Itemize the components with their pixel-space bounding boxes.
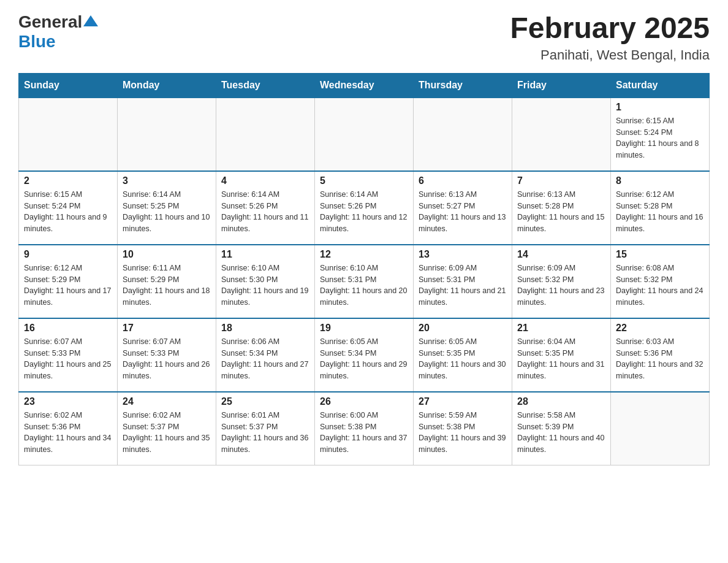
calendar-cell	[414, 98, 512, 171]
day-number: 11	[221, 249, 309, 260]
calendar-cell: 16Sunrise: 6:07 AMSunset: 5:33 PMDayligh…	[19, 318, 118, 392]
week-row-3: 9Sunrise: 6:12 AMSunset: 5:29 PMDaylight…	[19, 245, 710, 318]
calendar-cell: 14Sunrise: 6:09 AMSunset: 5:32 PMDayligh…	[512, 245, 611, 318]
calendar-cell: 17Sunrise: 6:07 AMSunset: 5:33 PMDayligh…	[118, 318, 216, 392]
day-number: 18	[221, 323, 309, 334]
day-info: Sunrise: 6:05 AMSunset: 5:35 PMDaylight:…	[419, 336, 507, 382]
day-info: Sunrise: 6:14 AMSunset: 5:26 PMDaylight:…	[221, 189, 309, 235]
day-number: 21	[517, 323, 605, 334]
calendar-cell	[611, 392, 710, 465]
day-number: 8	[616, 175, 704, 186]
calendar-cell: 23Sunrise: 6:02 AMSunset: 5:36 PMDayligh…	[19, 392, 118, 465]
calendar-cell: 11Sunrise: 6:10 AMSunset: 5:30 PMDayligh…	[216, 245, 315, 318]
day-number: 7	[517, 175, 605, 186]
weekday-header-thursday: Thursday	[414, 73, 512, 98]
day-info: Sunrise: 6:15 AMSunset: 5:24 PMDaylight:…	[616, 115, 704, 161]
weekday-header-wednesday: Wednesday	[315, 73, 414, 98]
calendar-cell: 21Sunrise: 6:04 AMSunset: 5:35 PMDayligh…	[512, 318, 611, 392]
day-number: 2	[24, 175, 112, 186]
day-info: Sunrise: 6:09 AMSunset: 5:31 PMDaylight:…	[419, 262, 507, 308]
day-number: 23	[24, 396, 112, 407]
day-number: 17	[123, 323, 211, 334]
day-info: Sunrise: 6:09 AMSunset: 5:32 PMDaylight:…	[517, 262, 605, 308]
calendar-cell: 5Sunrise: 6:14 AMSunset: 5:26 PMDaylight…	[315, 171, 414, 245]
day-number: 24	[123, 396, 211, 407]
weekday-header-friday: Friday	[512, 73, 611, 98]
day-number: 25	[221, 396, 309, 407]
week-row-5: 23Sunrise: 6:02 AMSunset: 5:36 PMDayligh…	[19, 392, 710, 465]
day-number: 3	[123, 175, 211, 186]
calendar-cell: 19Sunrise: 6:05 AMSunset: 5:34 PMDayligh…	[315, 318, 414, 392]
calendar-cell: 24Sunrise: 6:02 AMSunset: 5:37 PMDayligh…	[118, 392, 216, 465]
day-number: 19	[320, 323, 408, 334]
day-number: 22	[616, 323, 704, 334]
day-info: Sunrise: 5:59 AMSunset: 5:38 PMDaylight:…	[419, 410, 507, 456]
week-row-2: 2Sunrise: 6:15 AMSunset: 5:24 PMDaylight…	[19, 171, 710, 245]
calendar-cell	[118, 98, 216, 171]
calendar-cell: 6Sunrise: 6:13 AMSunset: 5:27 PMDaylight…	[414, 171, 512, 245]
calendar-cell	[512, 98, 611, 171]
logo-blue-text: Blue	[18, 32, 56, 52]
calendar-table: SundayMondayTuesdayWednesdayThursdayFrid…	[18, 73, 710, 466]
day-info: Sunrise: 6:01 AMSunset: 5:37 PMDaylight:…	[221, 410, 309, 456]
logo-triangle-icon	[83, 15, 98, 26]
calendar-cell: 18Sunrise: 6:06 AMSunset: 5:34 PMDayligh…	[216, 318, 315, 392]
calendar-cell: 7Sunrise: 6:13 AMSunset: 5:28 PMDaylight…	[512, 171, 611, 245]
calendar-cell: 3Sunrise: 6:14 AMSunset: 5:25 PMDaylight…	[118, 171, 216, 245]
day-info: Sunrise: 6:11 AMSunset: 5:29 PMDaylight:…	[123, 262, 211, 308]
calendar-cell: 25Sunrise: 6:01 AMSunset: 5:37 PMDayligh…	[216, 392, 315, 465]
day-info: Sunrise: 6:13 AMSunset: 5:27 PMDaylight:…	[419, 189, 507, 235]
day-number: 15	[616, 249, 704, 260]
weekday-header-saturday: Saturday	[611, 73, 710, 98]
day-number: 4	[221, 175, 309, 186]
day-number: 27	[419, 396, 507, 407]
day-info: Sunrise: 6:00 AMSunset: 5:38 PMDaylight:…	[320, 410, 408, 456]
calendar-cell: 10Sunrise: 6:11 AMSunset: 5:29 PMDayligh…	[118, 245, 216, 318]
calendar-cell	[315, 98, 414, 171]
day-number: 12	[320, 249, 408, 260]
day-info: Sunrise: 5:58 AMSunset: 5:39 PMDaylight:…	[517, 410, 605, 456]
calendar-subtitle: Panihati, West Bengal, India	[510, 47, 710, 63]
day-info: Sunrise: 6:12 AMSunset: 5:29 PMDaylight:…	[24, 262, 112, 308]
calendar-cell: 12Sunrise: 6:10 AMSunset: 5:31 PMDayligh…	[315, 245, 414, 318]
day-info: Sunrise: 6:06 AMSunset: 5:34 PMDaylight:…	[221, 336, 309, 382]
calendar-cell: 28Sunrise: 5:58 AMSunset: 5:39 PMDayligh…	[512, 392, 611, 465]
day-info: Sunrise: 6:04 AMSunset: 5:35 PMDaylight:…	[517, 336, 605, 382]
day-number: 20	[419, 323, 507, 334]
weekday-header-row: SundayMondayTuesdayWednesdayThursdayFrid…	[19, 73, 710, 98]
day-info: Sunrise: 6:08 AMSunset: 5:32 PMDaylight:…	[616, 262, 704, 308]
day-number: 9	[24, 249, 112, 260]
calendar-cell: 8Sunrise: 6:12 AMSunset: 5:28 PMDaylight…	[611, 171, 710, 245]
week-row-1: 1Sunrise: 6:15 AMSunset: 5:24 PMDaylight…	[19, 98, 710, 171]
header: General Blue February 2025 Panihati, Wes…	[18, 12, 710, 63]
calendar-cell: 15Sunrise: 6:08 AMSunset: 5:32 PMDayligh…	[611, 245, 710, 318]
calendar-cell: 27Sunrise: 5:59 AMSunset: 5:38 PMDayligh…	[414, 392, 512, 465]
calendar-cell: 2Sunrise: 6:15 AMSunset: 5:24 PMDaylight…	[19, 171, 118, 245]
day-info: Sunrise: 6:05 AMSunset: 5:34 PMDaylight:…	[320, 336, 408, 382]
day-number: 13	[419, 249, 507, 260]
weekday-header-sunday: Sunday	[19, 73, 118, 98]
day-number: 5	[320, 175, 408, 186]
calendar-cell	[216, 98, 315, 171]
day-info: Sunrise: 6:07 AMSunset: 5:33 PMDaylight:…	[24, 336, 112, 382]
calendar-cell: 22Sunrise: 6:03 AMSunset: 5:36 PMDayligh…	[611, 318, 710, 392]
week-row-4: 16Sunrise: 6:07 AMSunset: 5:33 PMDayligh…	[19, 318, 710, 392]
day-number: 28	[517, 396, 605, 407]
day-number: 14	[517, 249, 605, 260]
day-number: 16	[24, 323, 112, 334]
day-number: 26	[320, 396, 408, 407]
day-info: Sunrise: 6:10 AMSunset: 5:31 PMDaylight:…	[320, 262, 408, 308]
day-number: 1	[616, 102, 704, 113]
day-info: Sunrise: 6:03 AMSunset: 5:36 PMDaylight:…	[616, 336, 704, 382]
day-info: Sunrise: 6:15 AMSunset: 5:24 PMDaylight:…	[24, 189, 112, 235]
calendar-cell: 13Sunrise: 6:09 AMSunset: 5:31 PMDayligh…	[414, 245, 512, 318]
calendar-cell: 1Sunrise: 6:15 AMSunset: 5:24 PMDaylight…	[611, 98, 710, 171]
calendar-cell: 20Sunrise: 6:05 AMSunset: 5:35 PMDayligh…	[414, 318, 512, 392]
title-area: February 2025 Panihati, West Bengal, Ind…	[510, 12, 710, 63]
day-info: Sunrise: 6:02 AMSunset: 5:36 PMDaylight:…	[24, 410, 112, 456]
day-info: Sunrise: 6:14 AMSunset: 5:25 PMDaylight:…	[123, 189, 211, 235]
day-number: 6	[419, 175, 507, 186]
calendar-cell: 4Sunrise: 6:14 AMSunset: 5:26 PMDaylight…	[216, 171, 315, 245]
calendar-cell	[19, 98, 118, 171]
day-info: Sunrise: 6:14 AMSunset: 5:26 PMDaylight:…	[320, 189, 408, 235]
